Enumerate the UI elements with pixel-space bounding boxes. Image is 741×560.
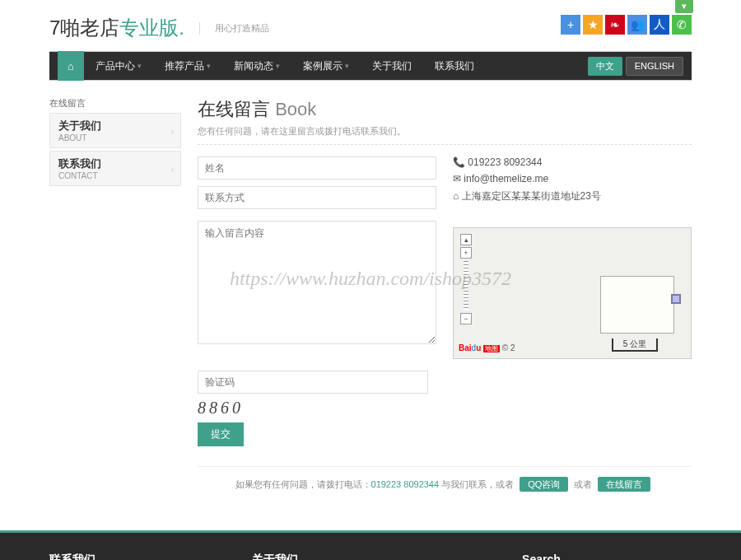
name-input[interactable] <box>198 156 436 180</box>
page-title: 在线留言 Book <box>198 97 692 122</box>
map-zoom-controls: ▴ + − <box>460 233 472 325</box>
nav-news[interactable]: 新闻动态▾ <box>222 51 291 81</box>
weibo-star-icon[interactable]: ★ <box>583 15 603 35</box>
phone-line: 📞 019223 8092344 <box>453 156 692 168</box>
footer: 联系我们 📞 019223 8092344 ✉ info@themelize.m… <box>0 530 741 560</box>
chevron-right-icon: › <box>171 164 174 173</box>
tagline: 用心打造精品 <box>199 22 269 35</box>
lang-en[interactable]: ENGLISH <box>626 57 683 76</box>
sidebar: 在线留言 关于我们 ABOUT › 联系我们 CONTACT › <box>49 97 181 522</box>
captcha-input[interactable] <box>198 371 428 394</box>
nav-contact[interactable]: 联系我们 <box>423 51 486 81</box>
map-pan-up[interactable]: ▴ <box>460 234 472 245</box>
message-button[interactable]: 在线留言 <box>598 477 650 492</box>
map-zoom-out[interactable]: − <box>460 313 472 324</box>
captcha-image[interactable]: 8860 <box>198 399 692 418</box>
sidebar-item-contact[interactable]: 联系我们 CONTACT › <box>49 151 181 186</box>
nav-products[interactable]: 产品中心▾ <box>84 51 153 81</box>
content: 在线留言 Book 您有任何问题，请在这里留言或拨打电话联系我们。 📞 0192… <box>198 97 692 522</box>
email-line: ✉ info@themelize.me <box>453 173 692 184</box>
map[interactable]: ▴ + − 5 公里 Baidu 地图 © 2 <box>453 227 692 359</box>
lang-cn[interactable]: 中文 <box>588 57 622 76</box>
renren-icon[interactable]: 人 <box>650 15 669 35</box>
header: 7啪老店专业版. 用心打造精品 + ★ ❧ 👥 人 ✆ <box>49 0 692 51</box>
message-textarea[interactable] <box>198 221 436 344</box>
address-line: ⌂ 上海嘉定区某某某街道地址23号 <box>453 189 692 203</box>
home-icon[interactable]: ⌂ <box>58 51 84 81</box>
nav-featured[interactable]: 推荐产品▾ <box>153 51 222 81</box>
chevron-right-icon: › <box>171 126 174 135</box>
nav-cases[interactable]: 案例展示▾ <box>291 51 361 81</box>
page-subtitle: 您有任何问题，请在这里留言或拨打电话联系我们。 <box>198 125 692 145</box>
sina-icon[interactable]: ❧ <box>605 15 625 35</box>
main-nav: ⌂ 产品中心▾ 推荐产品▾ 新闻动态▾ 案例展示▾ 关于我们 联系我们 中文 E… <box>49 51 692 81</box>
map-zoom-slider[interactable] <box>464 261 468 310</box>
logo[interactable]: 7啪老店专业版. <box>49 15 184 41</box>
nav-about[interactable]: 关于我们 <box>361 51 423 81</box>
friend-icon[interactable]: 👥 <box>627 15 647 35</box>
social-icons: + ★ ❧ 👥 人 ✆ <box>561 15 692 35</box>
map-zoom-in[interactable]: + <box>460 247 472 259</box>
submit-button[interactable]: 提交 <box>198 422 244 446</box>
qq-button[interactable]: QQ咨询 <box>520 477 568 492</box>
footer-about: 关于我们 这是头部的关于我们简介，在后台，内容，区块管理这里修改，这是头部的关于… <box>252 553 489 560</box>
footer-contact: 联系我们 📞 019223 8092344 ✉ info@themelize.m… <box>49 553 219 560</box>
wechat-icon[interactable]: ✆ <box>672 15 692 35</box>
map-scale: 5 公里 <box>612 338 658 352</box>
help-line: 如果您有任何问题，请拨打电话：019223 8092344 与我们联系，或者 Q… <box>198 466 692 502</box>
sidebar-item-about[interactable]: 关于我们 ABOUT › <box>49 113 181 148</box>
footer-search: Search 请输入关键词搜索网站资源 搜索 <box>522 553 692 560</box>
map-logo: Baidu 地图 © 2 <box>459 343 515 353</box>
sidebar-title: 在线留言 <box>49 97 181 110</box>
contact-input[interactable] <box>198 186 436 209</box>
share-icon[interactable]: + <box>561 15 580 35</box>
language-switch: 中文 ENGLISH <box>588 57 683 76</box>
